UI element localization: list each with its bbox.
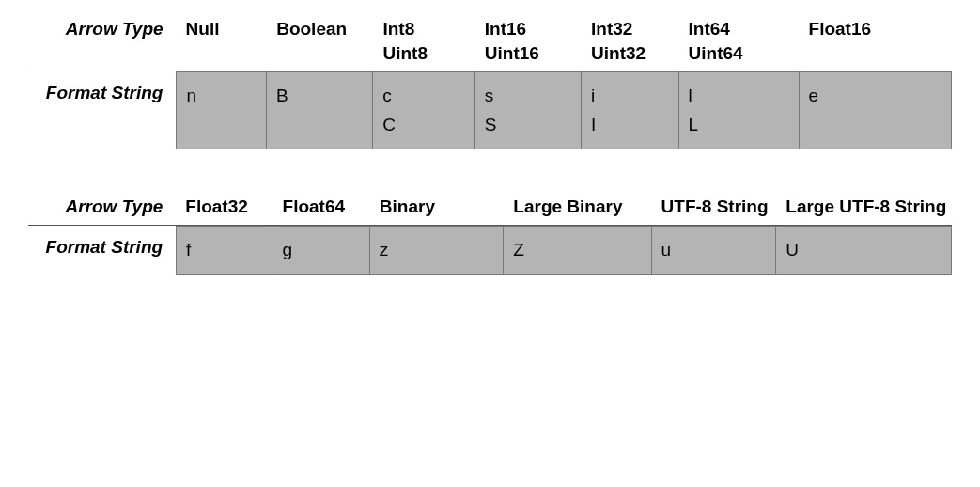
- format-string-cell: lL: [679, 71, 800, 149]
- format-string-cell: U: [776, 226, 952, 275]
- format-string-cell: f: [176, 226, 272, 275]
- arrow-type-header: Boolean: [267, 17, 373, 65]
- arrow-type-header: Int8Uint8: [373, 17, 474, 65]
- table-1-data-row: Format String n B cC sS iI lL e: [28, 71, 952, 149]
- format-string-cell: Z: [504, 226, 651, 275]
- format-string-cell: sS: [475, 71, 582, 149]
- type-format-table-1: Arrow Type Null Boolean Int8Uint8 Int16U…: [28, 17, 952, 149]
- table-2-data-row: Format String f g z Z u U: [28, 226, 952, 275]
- arrow-type-header: Int64Uint64: [679, 17, 800, 65]
- format-string-cell: g: [272, 226, 369, 275]
- table-1-header-row: Arrow Type Null Boolean Int8Uint8 Int16U…: [28, 17, 952, 71]
- arrow-type-header: Large Binary: [504, 195, 651, 219]
- table-2-header-row: Arrow Type Float32 Float64 Binary Large …: [28, 195, 952, 226]
- format-string-cell: z: [370, 226, 505, 275]
- format-string-cell: u: [652, 226, 777, 275]
- arrow-type-header: Binary: [370, 195, 505, 219]
- format-string-label: Format String: [28, 226, 176, 275]
- arrow-type-header: Float32: [176, 195, 272, 219]
- format-string-label: Format String: [28, 71, 176, 149]
- arrow-type-header: Float64: [273, 195, 370, 219]
- arrow-type-header: Large UTF-8 String: [776, 195, 952, 219]
- arrow-type-header: Int32Uint32: [582, 17, 678, 65]
- format-string-cell: cC: [373, 71, 474, 149]
- arrow-type-label: Arrow Type: [28, 195, 176, 219]
- arrow-type-header: UTF-8 String: [652, 195, 777, 219]
- arrow-type-header: Float16: [800, 17, 952, 65]
- format-string-cell: e: [800, 71, 952, 149]
- type-format-table-2: Arrow Type Float32 Float64 Binary Large …: [28, 195, 952, 275]
- arrow-type-header: Null: [177, 17, 268, 65]
- format-string-cell: n: [176, 71, 267, 149]
- format-string-cell: iI: [582, 71, 679, 149]
- arrow-type-label: Arrow Type: [28, 17, 177, 65]
- arrow-type-header: Int16Uint16: [475, 17, 582, 65]
- format-string-cell: B: [267, 71, 373, 149]
